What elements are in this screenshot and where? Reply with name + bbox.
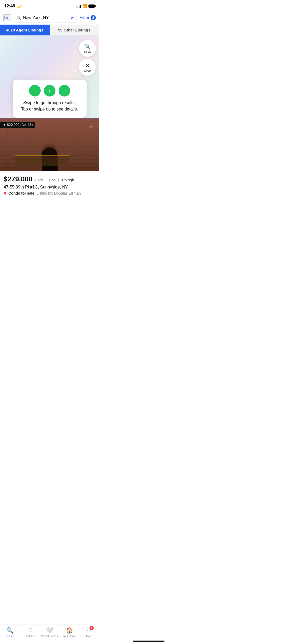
- listing-type: Condo for sale: [8, 191, 34, 195]
- signal-bar-3: [79, 6, 79, 8]
- save-button[interactable]: 🔍 Save: [79, 40, 96, 57]
- other-listings-button[interactable]: 99 Other Listings: [50, 25, 99, 35]
- clear-button[interactable]: ✕ Clear: [79, 59, 96, 76]
- moon-icon: 🌙: [16, 4, 21, 8]
- swipe-text-line1: Swipe to go through results.: [19, 100, 80, 106]
- filter-badge: 2: [91, 15, 96, 20]
- clear-icon: ✕: [85, 62, 90, 69]
- wifi-icon: 📶: [82, 4, 87, 8]
- listing-type-line: Condo for sale Listing by: Douglas Ellim…: [4, 191, 95, 195]
- list-button[interactable]: List: [3, 15, 11, 21]
- listing-address: 47-55 39th Pl #1C, Sunnyside, NY: [4, 185, 95, 190]
- agent-listings-button[interactable]: 4010 Agent Listings: [0, 25, 50, 35]
- map-area[interactable]: 🔍 Save ✕ Clear ← ↑ → Swipe to go through…: [0, 36, 99, 118]
- arrow-left: ←: [29, 85, 41, 96]
- listing-image: ▼ $20,000 (Apr 16) ♡: [0, 118, 99, 171]
- swipe-tooltip: ← ↑ → Swipe to go through results. Tap o…: [13, 80, 87, 118]
- clear-label: Clear: [84, 69, 91, 72]
- signal-bar-4: [80, 5, 81, 8]
- filter-button[interactable]: Filter 2: [79, 15, 96, 20]
- arrow-up: ↑: [44, 85, 55, 96]
- status-time: 12:48: [4, 4, 15, 8]
- save-search-icon: 🔍: [84, 43, 91, 50]
- search-box[interactable]: 🔍 New York, NY ➤: [14, 13, 77, 22]
- listing-specs: 2 bds | 1 ba | 875 sqft: [34, 178, 74, 182]
- signal-bars: [76, 4, 81, 8]
- filter-label: Filter: [79, 15, 89, 20]
- arrow-right: →: [59, 85, 70, 96]
- listing-info: $279,000 2 bds | 1 ba | 875 sqft 47-55 3…: [0, 171, 99, 198]
- listing-price-line: $279,000 2 bds | 1 ba | 875 sqft: [4, 175, 95, 183]
- map-buttons: 🔍 Save ✕ Clear: [79, 40, 96, 76]
- listing-price: $279,000: [4, 175, 32, 183]
- railing: [15, 155, 69, 166]
- heart-icon: ♡: [88, 123, 94, 130]
- battery-fill: [89, 5, 94, 7]
- battery-icon: [88, 4, 95, 8]
- status-icons: 📶: [76, 4, 95, 8]
- status-bar: 12:48 🌙 📶: [0, 0, 99, 11]
- signal-bar-2: [77, 6, 78, 8]
- search-icon: 🔍: [17, 16, 21, 20]
- location-icon: ➤: [70, 15, 74, 20]
- header: List 🔍 New York, NY ➤ Filter 2: [0, 11, 99, 25]
- listings-toggle: 4010 Agent Listings 99 Other Listings: [0, 25, 99, 36]
- search-input[interactable]: New York, NY: [23, 15, 69, 20]
- swipe-arrows: ← ↑ →: [19, 85, 80, 96]
- price-drop-badge: ▼ $20,000 (Apr 16): [0, 122, 35, 128]
- favorite-button[interactable]: ♡: [86, 122, 96, 131]
- save-label: Save: [84, 50, 91, 53]
- listing-by: Listing by: Douglas Elliman: [36, 191, 81, 195]
- signal-bar-1: [76, 7, 77, 8]
- listing-card[interactable]: ▼ $20,000 (Apr 16) ♡ $279,000 2 bds | 1 …: [0, 118, 99, 198]
- status-dot: [4, 192, 6, 195]
- swipe-text-line2: Tap or swipe up to see details.: [19, 106, 80, 112]
